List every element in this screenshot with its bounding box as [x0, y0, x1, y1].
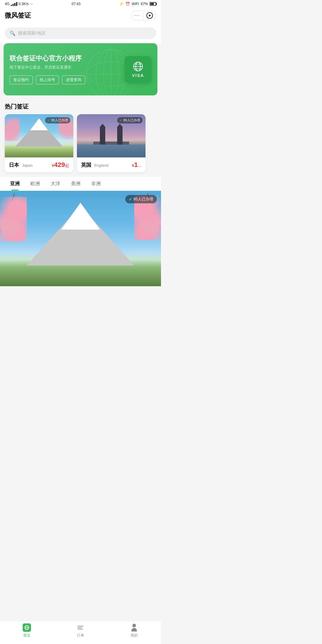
battery-icon: [150, 2, 156, 6]
banner-content: 联合签证中心官方小程序 线下签证中心直达，开启签证直通车 签证预约 线上排号 进…: [10, 54, 122, 84]
tab-asia[interactable]: 亚洲: [5, 177, 25, 191]
progress-query-button[interactable]: 进度查询: [62, 75, 85, 84]
scan-button[interactable]: [146, 12, 153, 19]
england-price: ¥1...: [132, 161, 141, 169]
banner-subtitle: 线下签证中心直达，开启签证直通车: [10, 65, 122, 70]
globe-icon: [133, 61, 143, 72]
region-tabs: 亚洲 欧洲 大洋 美洲 非洲: [0, 177, 161, 191]
visa-card-japan[interactable]: ✓ 95人已办理 日本 Japan ¥429起: [5, 114, 73, 172]
app-header: 微风签证 ···: [0, 8, 161, 24]
main-content: 🔍 搜索国家/地区 联合签证中心官方小程序 线下签证中心直达，开启签证直通车 签…: [0, 24, 161, 310]
japan-price: ¥429起: [52, 161, 69, 169]
bluetooth-icon: ⚡: [119, 2, 124, 6]
signal-icon: [11, 2, 17, 6]
status-right: ⚡ ⏰ WiFi 67%: [119, 2, 156, 6]
visa-text: VISA: [132, 73, 144, 78]
england-image: ✓ 89人已办理: [77, 114, 145, 157]
tab-americas[interactable]: 美洲: [66, 177, 86, 191]
promo-banner: 联合签证中心官方小程序 线下签证中心直达，开启签证直通车 签证预约 线上排号 进…: [4, 43, 157, 95]
featured-card[interactable]: ✓ 95人已办理: [0, 191, 161, 286]
more-icon[interactable]: ···: [134, 13, 140, 18]
visa-icon-block: VISA: [125, 56, 151, 83]
banner-title: 联合签证中心官方小程序: [10, 54, 122, 63]
tab-europe[interactable]: 欧洲: [25, 177, 45, 191]
england-name-en: England: [94, 163, 109, 168]
japan-name-cn: 日本: [9, 162, 19, 168]
check-icon: ✓: [47, 118, 50, 122]
divider: [143, 13, 143, 18]
online-queue-button[interactable]: 线上排号: [36, 75, 59, 84]
status-bar: 4G 0.3K/s ··· 07:43 ⚡ ⏰ WiFi 67%: [0, 0, 161, 8]
wifi-icon: WiFi: [132, 2, 139, 6]
visa-card-england[interactable]: ✓ 89人已办理 英国 England ¥1...: [77, 114, 145, 172]
time-display: 07:43: [72, 2, 80, 6]
app-title: 微风签证: [5, 11, 31, 20]
japan-badge: ✓ 95人已办理: [45, 117, 70, 123]
visa-appointment-button[interactable]: 签证预约: [10, 75, 33, 84]
network-label: 4G: [5, 2, 10, 6]
alarm-icon: ⏰: [126, 2, 130, 6]
hot-visa-list: ✓ 95人已办理 日本 Japan ¥429起: [0, 114, 161, 177]
search-box[interactable]: 🔍 搜索国家/地区: [5, 27, 156, 39]
check-icon-featured: ✓: [129, 197, 132, 202]
japan-info: 日本 Japan ¥429起: [5, 157, 73, 172]
status-dots: ···: [30, 2, 33, 6]
search-container: 🔍 搜索国家/地区: [0, 24, 161, 43]
speed-label: 0.3K/s: [18, 2, 29, 6]
check-icon-eng: ✓: [120, 118, 122, 122]
header-actions[interactable]: ···: [131, 11, 156, 20]
hot-section-title: 热门签证: [0, 100, 161, 114]
featured-image: ✓ 95人已办理: [0, 191, 161, 286]
banner-buttons: 签证预约 线上排号 进度查询: [10, 75, 122, 84]
featured-badge: ✓ 95人已办理: [125, 195, 157, 203]
japan-name-en: Japan: [22, 163, 32, 168]
england-name-cn: 英国: [81, 162, 91, 168]
tab-africa[interactable]: 非洲: [86, 177, 106, 191]
tab-oceania[interactable]: 大洋: [45, 177, 66, 191]
battery-percent: 67%: [141, 2, 148, 6]
england-info: 英国 England ¥1...: [77, 157, 145, 172]
japan-image: ✓ 95人已办理: [5, 114, 73, 157]
status-left: 4G 0.3K/s ···: [5, 2, 33, 6]
england-badge: ✓ 89人已办理: [117, 117, 143, 123]
